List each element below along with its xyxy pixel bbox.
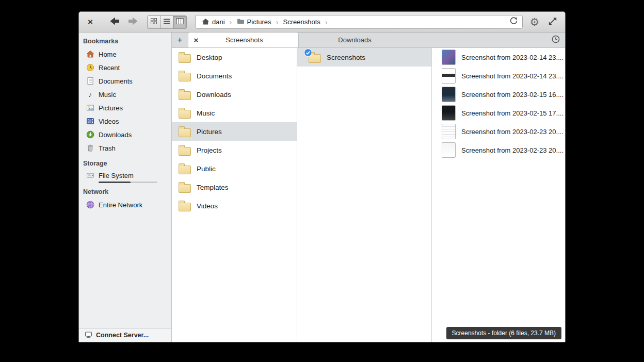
- refresh-icon: [509, 17, 518, 27]
- folder-icon: [179, 184, 191, 193]
- folder-icon: [179, 128, 191, 137]
- folder-icon: [237, 18, 245, 26]
- folder-row-desktop[interactable]: Desktop: [172, 48, 297, 67]
- folder-row-templates[interactable]: Templates: [172, 178, 297, 196]
- breadcrumb-home[interactable]: dani: [199, 16, 228, 28]
- chevron-right-icon: ›: [229, 18, 233, 26]
- refresh-button[interactable]: [508, 17, 519, 28]
- file-row[interactable]: Screenshot from 2023-02-14 23....: [432, 48, 565, 67]
- folder-label: Documents: [197, 72, 232, 80]
- expand-diagonal-icon: [548, 17, 557, 28]
- miller-columns: Desktop Documents Downloads Music Pictur…: [172, 48, 565, 342]
- image-thumbnail: [442, 105, 456, 121]
- folder-row-videos[interactable]: Videos: [172, 196, 297, 215]
- folder-icon: [179, 54, 191, 63]
- tab-label: Screenshots: [204, 36, 298, 44]
- list-view-icon: [163, 18, 170, 27]
- window-close-button[interactable]: ×: [85, 17, 95, 27]
- folder-row-downloads[interactable]: Downloads: [172, 85, 297, 104]
- column-view-button[interactable]: [173, 16, 186, 28]
- folder-label: Pictures: [197, 128, 222, 136]
- folder-row-screenshots[interactable]: Screenshots: [297, 48, 431, 67]
- folder-row-documents[interactable]: Documents: [172, 67, 297, 85]
- column-view-icon: [176, 18, 184, 27]
- sidebar-item-downloads[interactable]: Downloads: [79, 128, 171, 141]
- sidebar-item-file-system[interactable]: File System: [79, 170, 171, 181]
- document-icon: [86, 77, 94, 86]
- sidebar-item-entire-network[interactable]: Entire Network: [79, 198, 171, 211]
- file-label: Screenshot from 2023-02-14 23....: [461, 72, 564, 80]
- server-icon: [85, 331, 92, 340]
- sidebar-item-label: Music: [99, 91, 116, 98]
- sidebar-item-home[interactable]: Home: [79, 47, 171, 61]
- grid-view-icon: [150, 18, 157, 27]
- sidebar-item-recent[interactable]: Recent: [79, 61, 171, 74]
- folder-icon: [179, 110, 191, 119]
- back-arrow-icon: [108, 15, 121, 29]
- tab-screenshots[interactable]: × Screenshots: [188, 32, 299, 47]
- history-button[interactable]: [546, 32, 565, 47]
- sidebar-section-bookmarks: Bookmarks: [79, 32, 171, 47]
- connect-server-button[interactable]: Connect Server...: [79, 328, 171, 342]
- folder-row-pictures[interactable]: Pictures: [172, 122, 297, 141]
- music-note-icon: ♪: [86, 90, 94, 99]
- list-view-button[interactable]: [160, 16, 173, 28]
- tabbar-spacer: [411, 32, 546, 47]
- connect-server-label: Connect Server...: [96, 332, 149, 339]
- breadcrumb: dani › Pictures › Screenshots ›: [195, 15, 523, 29]
- breadcrumb-pictures-label: Pictures: [247, 18, 271, 26]
- folder-icon: [179, 203, 191, 211]
- folder-label: Screenshots: [327, 54, 365, 61]
- file-label: Screenshot from 2023-02-14 23....: [461, 54, 564, 61]
- breadcrumb-screenshots[interactable]: Screenshots: [280, 16, 324, 28]
- disk-usage-fill: [99, 182, 131, 183]
- disk-usage-bar: [99, 182, 157, 183]
- folder-label: Templates: [197, 184, 229, 191]
- file-row[interactable]: Screenshot from 2023-02-23 20....: [432, 141, 565, 159]
- tab-close-button[interactable]: ×: [188, 36, 204, 44]
- folder-row-music[interactable]: Music: [172, 104, 297, 122]
- file-label: Screenshot from 2023-02-23 20....: [461, 146, 564, 154]
- new-tab-button[interactable]: +: [172, 32, 188, 47]
- photos-icon: [86, 104, 94, 112]
- history-clock-icon: [551, 35, 560, 46]
- forward-button[interactable]: [126, 15, 140, 29]
- breadcrumb-screenshots-label: Screenshots: [283, 18, 320, 26]
- folder-label: Music: [197, 109, 215, 117]
- sidebar-item-videos[interactable]: Videos: [79, 114, 171, 128]
- sidebar-item-label: Trash: [99, 144, 116, 152]
- sidebar-item-label: Videos: [99, 118, 119, 125]
- tab-downloads[interactable]: Downloads: [299, 32, 411, 47]
- drive-icon: [86, 171, 94, 180]
- file-manager-window: ×: [78, 11, 566, 342]
- image-thumbnail: [442, 50, 456, 65]
- sidebar-item-pictures[interactable]: Pictures: [79, 101, 171, 114]
- column-screenshots: Screenshot from 2023-02-14 23.... Screen…: [432, 48, 565, 342]
- chevron-right-icon: ›: [325, 18, 328, 26]
- back-button[interactable]: [108, 15, 121, 29]
- file-row[interactable]: Screenshot from 2023-02-14 23....: [432, 67, 565, 85]
- main-area: + × Screenshots Downloads Desktop: [172, 32, 565, 342]
- breadcrumb-pictures[interactable]: Pictures: [234, 16, 275, 28]
- chevron-right-icon: ›: [276, 18, 279, 26]
- folder-row-public[interactable]: Public: [172, 159, 297, 178]
- column-home: Desktop Documents Downloads Music Pictur…: [172, 48, 297, 342]
- sidebar-item-label: File System: [99, 172, 134, 179]
- sidebar-item-documents[interactable]: Documents: [79, 74, 171, 88]
- sidebar-item-label: Entire Network: [99, 201, 142, 209]
- sidebar-item-music[interactable]: ♪ Music: [79, 88, 171, 101]
- file-row[interactable]: Screenshot from 2023-02-23 20....: [432, 122, 565, 141]
- folder-row-projects[interactable]: Projects: [172, 141, 297, 159]
- fullscreen-button[interactable]: [546, 16, 559, 28]
- folder-icon: [179, 166, 191, 174]
- file-row[interactable]: Screenshot from 2023-02-15 17....: [432, 104, 565, 122]
- folder-label: Downloads: [197, 91, 231, 98]
- sidebar-item-trash[interactable]: Trash: [79, 141, 171, 155]
- grid-view-button[interactable]: [148, 16, 160, 28]
- image-thumbnail: [442, 87, 456, 102]
- home-icon: [202, 18, 210, 26]
- file-row[interactable]: Screenshot from 2023-02-15 16....: [432, 85, 565, 104]
- settings-button[interactable]: ⚙: [528, 15, 541, 29]
- sidebar-item-label: Home: [99, 51, 117, 58]
- sidebar-section-storage: Storage: [79, 155, 171, 170]
